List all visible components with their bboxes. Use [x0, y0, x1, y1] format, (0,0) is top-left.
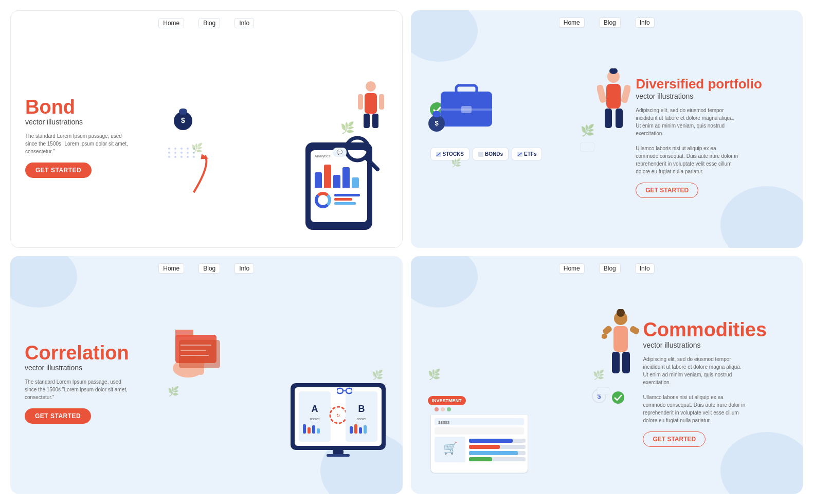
- leaf-deco-corr: 🌿: [168, 386, 179, 397]
- card-commodities: Home Blog Info INVESTMENT $$$$$: [411, 256, 803, 494]
- svg-rect-30: [597, 84, 607, 103]
- svg-text:$: $: [181, 116, 185, 124]
- svg-rect-9: [372, 114, 378, 128]
- svg-rect-50: [359, 427, 362, 434]
- svg-rect-52: [333, 450, 344, 454]
- card-bond: Home Blog Info Bond vector illustrations…: [10, 10, 403, 248]
- card-body-corr: Correlation vector illustrations The sta…: [10, 278, 403, 494]
- card-body-bond: Bond vector illustrations The standard L…: [11, 32, 402, 247]
- svg-rect-60: [179, 340, 220, 368]
- leaf-deco-comm: 🌿: [428, 368, 441, 381]
- pie-chart-bond: [315, 192, 331, 208]
- get-started-button-div[interactable]: GET STARTED: [636, 183, 698, 198]
- svg-text:$: $: [435, 119, 439, 127]
- nav-info-comm[interactable]: Info: [635, 263, 655, 274]
- svg-text:$$$$$: $$$$$: [438, 420, 450, 425]
- svg-rect-68: [430, 404, 528, 415]
- leaf-deco-bond: 🌿: [340, 121, 354, 135]
- svg-marker-89: [600, 394, 604, 397]
- svg-rect-8: [364, 114, 370, 128]
- nav-info-bond[interactable]: Info: [234, 18, 254, 28]
- check-icon-comm: [611, 391, 625, 406]
- svg-rect-84: [469, 457, 492, 461]
- card-subtitle-bond: vector illustrations: [25, 118, 163, 126]
- nav-info-div[interactable]: Info: [635, 17, 655, 28]
- card-desc2-comm: Ullamco laboris nisi ut aliquip ex ea co…: [643, 393, 746, 424]
- card-subtitle-div: vector illustrations: [636, 92, 788, 100]
- svg-rect-82: [469, 451, 518, 455]
- svg-rect-80: [469, 445, 500, 449]
- svg-point-69: [435, 407, 439, 411]
- svg-rect-14: [478, 152, 483, 157]
- nav-home-bond[interactable]: Home: [158, 18, 184, 28]
- card-desc-corr: The standard Lorem Ipsum passage, used s…: [25, 378, 128, 401]
- svg-point-6: [366, 81, 376, 92]
- leaf-deco2-corr: 🌿: [372, 369, 383, 381]
- svg-rect-64: [337, 388, 343, 393]
- svg-rect-23: [432, 111, 441, 117]
- get-started-button-bond[interactable]: GET STARTED: [25, 163, 92, 178]
- svg-rect-19: [456, 85, 477, 94]
- svg-point-70: [441, 407, 445, 411]
- nav-home-div[interactable]: Home: [559, 17, 585, 28]
- svg-text:asset: asset: [356, 417, 367, 421]
- card-diversified: Home Blog Info STOCKS BONDs ETFs: [411, 10, 803, 248]
- svg-rect-4: [179, 109, 187, 115]
- svg-rect-59: [175, 330, 193, 337]
- nav-info-corr[interactable]: Info: [234, 263, 254, 274]
- card-correlation: Home Blog Info Correlation vector illust…: [10, 256, 403, 494]
- svg-rect-21: [461, 106, 472, 113]
- svg-point-71: [447, 407, 451, 411]
- svg-text:🛒: 🛒: [443, 441, 457, 455]
- svg-rect-88: [597, 387, 609, 394]
- svg-rect-27: [606, 84, 621, 109]
- svg-rect-96: [629, 325, 641, 335]
- svg-rect-42: [317, 428, 320, 434]
- svg-rect-39: [303, 424, 306, 434]
- svg-rect-41: [312, 425, 315, 434]
- svg-marker-33: [584, 152, 589, 154]
- card-text-div: Diversified portfolio vector illustratio…: [636, 77, 788, 198]
- nav-home-comm[interactable]: Home: [559, 263, 585, 274]
- svg-rect-74: [435, 427, 524, 435]
- person-figure-div: [597, 68, 630, 137]
- card-text-corr: Correlation vector illustrations The sta…: [25, 343, 162, 424]
- nav-home-corr[interactable]: Home: [158, 263, 184, 274]
- money-bag-div: $: [425, 105, 448, 135]
- chat-bubble-bond: 💬: [333, 148, 347, 157]
- svg-rect-94: [622, 352, 630, 373]
- svg-rect-11: [379, 94, 384, 110]
- svg-rect-78: [469, 439, 513, 443]
- card-text-bond: Bond vector illustrations The standard L…: [25, 97, 163, 178]
- svg-text:asset: asset: [310, 417, 320, 421]
- get-started-button-corr[interactable]: GET STARTED: [25, 408, 91, 424]
- svg-rect-93: [612, 352, 620, 373]
- card-subtitle-corr: vector illustrations: [25, 364, 162, 372]
- chat-bubble-div: [580, 142, 594, 156]
- money-bag-bond: $: [171, 101, 195, 133]
- card-title-comm: Commodities: [643, 319, 788, 341]
- card-desc1-div: Adipiscing elit, sed do eiusmod tempor i…: [636, 106, 738, 137]
- nav-blog-comm[interactable]: Blog: [599, 263, 621, 274]
- leaf-deco-div: 🌿: [581, 124, 594, 137]
- hand-folder-corr: [168, 314, 229, 383]
- nav-blog-bond[interactable]: Blog: [198, 18, 220, 28]
- svg-rect-40: [308, 427, 311, 434]
- stocks-tag: STOCKS: [430, 148, 470, 160]
- svg-rect-53: [327, 454, 350, 457]
- chain-icon-corr: [337, 386, 352, 398]
- nav-blog-corr[interactable]: Blog: [198, 263, 220, 274]
- card-subtitle-comm: vector illustrations: [643, 341, 788, 349]
- card-title-bond: Bond: [25, 97, 163, 118]
- svg-rect-65: [346, 388, 352, 393]
- svg-rect-10: [358, 94, 363, 110]
- nav-blog-div[interactable]: Blog: [599, 17, 621, 28]
- get-started-button-comm[interactable]: GET STARTED: [643, 431, 706, 447]
- investment-badge: INVESTMENT: [428, 396, 466, 405]
- card-title-div: Diversified portfolio: [636, 77, 788, 92]
- card-desc-bond: The standard Lorem Ipsum passage, used s…: [25, 132, 128, 155]
- chat-bubble-comm: [597, 387, 609, 399]
- svg-point-87: [612, 391, 624, 404]
- svg-rect-31: [621, 84, 630, 103]
- leaf-deco2-bond: 🌿: [191, 142, 203, 154]
